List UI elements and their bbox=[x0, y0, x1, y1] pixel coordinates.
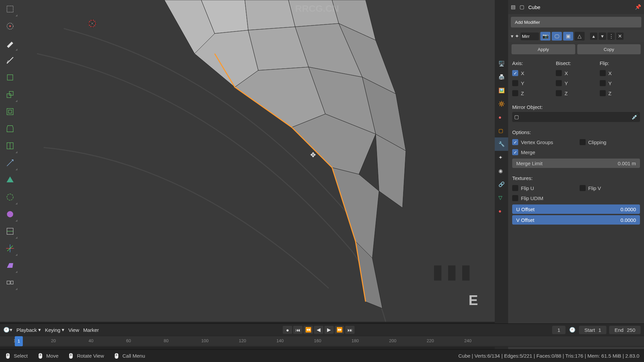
tick: 1 bbox=[13, 336, 16, 343]
show-cage-toggle[interactable]: △ bbox=[575, 32, 585, 41]
edge-slide-tool[interactable] bbox=[2, 223, 18, 239]
apply-button[interactable]: Apply bbox=[512, 44, 575, 54]
preview-range-icon[interactable]: 🕘 bbox=[568, 326, 576, 334]
move-down-button[interactable]: ▾ bbox=[599, 33, 606, 40]
bevel-tool[interactable] bbox=[2, 121, 18, 137]
tab-world[interactable]: ● bbox=[495, 111, 508, 124]
jump-end-button[interactable]: ⏭ bbox=[345, 326, 355, 334]
axis-z-checkbox[interactable]: Z bbox=[512, 88, 552, 98]
tab-mesh[interactable]: ▽ bbox=[495, 191, 508, 204]
svg-rect-25 bbox=[9, 92, 13, 96]
keyframe-prev-button[interactable]: ⏪ bbox=[304, 326, 313, 334]
tick: 220 bbox=[427, 336, 434, 343]
editor-type-icon[interactable]: ▤ bbox=[511, 4, 517, 10]
copy-button[interactable]: Copy bbox=[577, 44, 641, 54]
playhead[interactable]: 1 bbox=[15, 336, 23, 346]
v-offset-field[interactable]: V Offset 0.0000 bbox=[512, 215, 640, 225]
auto-key-button[interactable]: ● bbox=[283, 326, 292, 334]
tab-render[interactable]: 🖥️ bbox=[495, 57, 508, 70]
mirror-object-field[interactable]: ▢ 💉 bbox=[512, 112, 640, 122]
modifier-menu-button[interactable]: ⋮ bbox=[607, 33, 615, 40]
tick: 120 bbox=[239, 336, 246, 343]
timeline-editor-type-icon[interactable]: 🕘▾ bbox=[3, 327, 12, 333]
marker-menu[interactable]: Marker bbox=[83, 327, 99, 333]
keyframe-next-button[interactable]: ⏩ bbox=[335, 326, 344, 334]
tab-output[interactable]: 🖨️ bbox=[495, 70, 508, 84]
cursor-tool[interactable] bbox=[2, 18, 18, 34]
expand-toggle-icon[interactable]: ▾ bbox=[511, 33, 514, 39]
axis-y-label: Y bbox=[521, 80, 524, 86]
delete-modifier-button[interactable]: ✕ bbox=[616, 33, 624, 40]
extrude-tool[interactable] bbox=[2, 86, 18, 103]
start-frame-field[interactable]: Start1 bbox=[579, 326, 606, 334]
tick: 160 bbox=[314, 336, 321, 343]
select-box-tool[interactable] bbox=[2, 1, 18, 17]
spin-tool[interactable] bbox=[2, 189, 18, 205]
tab-view-layer[interactable]: 🖼️ bbox=[495, 84, 508, 97]
options-label: Options: bbox=[512, 129, 640, 135]
flip-z-checkbox[interactable]: Z bbox=[600, 88, 640, 98]
bisect-x-checkbox[interactable]: X bbox=[556, 68, 596, 78]
pin-icon[interactable]: 📌 bbox=[635, 4, 641, 10]
pause-indicator-icon bbox=[431, 265, 473, 282]
tab-physics[interactable]: ◉ bbox=[495, 164, 508, 178]
transform-tool[interactable] bbox=[2, 240, 18, 256]
show-render-toggle[interactable]: 📷 bbox=[540, 32, 550, 41]
mouse-left-icon: 🖱️ bbox=[5, 353, 11, 359]
bisect-z-checkbox[interactable]: Z bbox=[556, 88, 596, 98]
tab-scene[interactable]: 🔆 bbox=[495, 97, 508, 111]
tick: 100 bbox=[201, 336, 209, 343]
keying-menu[interactable]: Keying ▾ bbox=[45, 327, 64, 333]
smooth-tool[interactable] bbox=[2, 206, 18, 222]
axis-y-checkbox[interactable]: Y bbox=[512, 78, 552, 88]
merge-limit-field[interactable]: Merge Limit 0.001 m bbox=[512, 159, 640, 168]
flip-udim-checkbox[interactable]: Flip UDIM bbox=[512, 193, 573, 203]
annotate-tool[interactable] bbox=[2, 35, 18, 51]
rip-tool[interactable] bbox=[2, 275, 18, 291]
tab-constraints[interactable]: 🔗 bbox=[495, 178, 508, 191]
tab-object[interactable]: ▢ bbox=[495, 124, 508, 137]
play-button[interactable]: ▶ bbox=[324, 326, 334, 334]
eyedropper-icon[interactable]: 💉 bbox=[632, 114, 638, 120]
flip-x-checkbox[interactable]: X bbox=[600, 68, 640, 78]
inset-tool[interactable] bbox=[2, 104, 18, 120]
poly-build-tool[interactable] bbox=[2, 172, 18, 188]
u-offset-field[interactable]: U Offset 0.0000 bbox=[512, 204, 640, 214]
vertex-groups-checkbox[interactable]: Vertex Groups bbox=[512, 137, 573, 147]
add-modifier-button[interactable]: Add Modifier bbox=[511, 17, 641, 27]
view-menu[interactable]: View bbox=[68, 327, 79, 333]
modifier-name-input[interactable] bbox=[521, 33, 539, 40]
status-rotate: 🖱️Rotate View bbox=[68, 353, 104, 359]
tool-column bbox=[1, 0, 19, 292]
status-select: 🖱️Select bbox=[5, 353, 28, 359]
show-editmode-toggle[interactable]: ▣ bbox=[563, 32, 573, 41]
object-cube-icon: ▢ bbox=[520, 4, 526, 10]
measure-tool[interactable] bbox=[2, 52, 18, 68]
loop-cut-tool[interactable] bbox=[2, 138, 18, 154]
play-reverse-button[interactable]: ◀ bbox=[314, 326, 323, 334]
jump-start-button[interactable]: ⏮ bbox=[293, 326, 303, 334]
timeline-ruler[interactable]: 1 120406080100120140160180200220240 bbox=[0, 336, 644, 346]
flip-v-checkbox[interactable]: Flip V bbox=[580, 183, 640, 193]
u-offset-value: 0.0000 bbox=[621, 206, 636, 212]
bisect-y-checkbox[interactable]: Y bbox=[556, 78, 596, 88]
tab-particles[interactable]: ✦ bbox=[495, 151, 508, 164]
move-up-button[interactable]: ▴ bbox=[590, 33, 597, 40]
axis-x-checkbox[interactable]: X bbox=[512, 68, 552, 78]
knife-tool[interactable] bbox=[2, 155, 18, 171]
merge-checkbox[interactable]: Merge bbox=[512, 147, 573, 157]
flip-y-checkbox[interactable]: Y bbox=[600, 78, 640, 88]
bisect-label: Bisect: bbox=[556, 60, 596, 66]
show-viewport-toggle[interactable]: 🖵 bbox=[552, 32, 562, 41]
shear-tool[interactable] bbox=[2, 257, 18, 274]
playback-menu[interactable]: Playback ▾ bbox=[16, 327, 41, 333]
clipping-checkbox[interactable]: Clipping bbox=[580, 137, 640, 147]
end-frame-field[interactable]: End250 bbox=[609, 326, 641, 334]
flip-u-checkbox[interactable]: Flip U bbox=[512, 183, 573, 193]
viewport-3d[interactable]: ✥ E RRCG.CN bbox=[0, 0, 495, 322]
tab-material[interactable]: ● bbox=[495, 204, 508, 218]
start-value: 1 bbox=[598, 327, 601, 333]
tab-modifier[interactable]: 🔧 bbox=[495, 137, 508, 151]
add-cube-tool[interactable] bbox=[2, 69, 18, 85]
current-frame-field[interactable]: 1 bbox=[552, 326, 566, 334]
